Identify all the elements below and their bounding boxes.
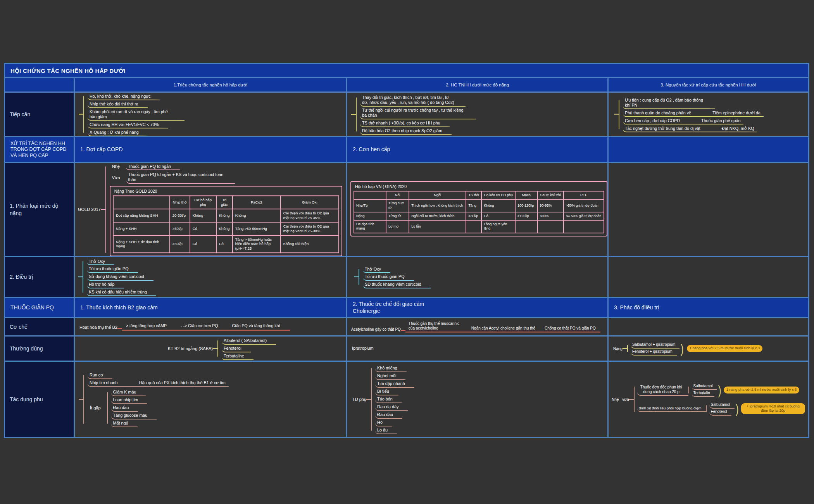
branch-connector: [351, 114, 356, 115]
mindmap-root[interactable]: Nhẹ - vừa: [612, 397, 629, 402]
dosage-note[interactable]: 1 nang pha với 2,5 ml nước muối sinh lý …: [687, 345, 762, 352]
mindmap-node[interactable]: Salbutamol: [709, 402, 735, 409]
mindmap-node[interactable]: Salbutamol + ipratropium: [631, 342, 679, 349]
mindmap-node[interactable]: Mất ngủ: [111, 419, 138, 427]
mindmap-node[interactable]: Tắc nghẹt đường thở trung tâm do dị vật: [623, 124, 704, 131]
section-label-thuocgianpq[interactable]: THUỐC GIÃN PQ: [5, 298, 74, 317]
mindmap-node[interactable]: Thuốc giãn phế quản: [699, 117, 743, 124]
section-label-xutri[interactable]: XỬ TRÍ TẮC NGHẼN HH TRONG ĐỢT CẤP COPD V…: [5, 137, 74, 162]
mindmap-node[interactable]: Albuterol ( SAlbutamol): [222, 337, 276, 345]
mindmap-node[interactable]: Ho, khó thở, khò khè, nặng ngực: [88, 93, 160, 100]
mindmap-node[interactable]: Tư thế ngồi cúi người ra trước chống tay…: [360, 107, 476, 119]
section-phacdo[interactable]: 3. Phác đồ điiều trị: [609, 298, 808, 317]
mindmap-node[interactable]: Thuốc gắn thụ thể muscarinic của acetylc…: [405, 321, 468, 333]
board-title[interactable]: HỘI CHỨNG TẮC NGHẼN HÔ HẤP DƯỚI: [5, 64, 808, 77]
mindmap-node[interactable]: Thuốc đơn độc phun khí dung cách nhau 20…: [637, 384, 688, 396]
mindmap-root[interactable]: Nặng: [613, 347, 623, 351]
mindmap-node[interactable]: Thuốc giãn PQ td ngắn: [126, 163, 180, 171]
mindmap-node[interactable]: Lo âu: [375, 426, 397, 434]
mindmap-node[interactable]: Thuốc giãn PQ td ngắn + KS và hoặc corti…: [126, 171, 235, 184]
mindmap-node[interactable]: Phù thanh quản do choáng phản vệ: [623, 109, 694, 116]
mindmap-node[interactable]: Ho: [375, 419, 392, 426]
mindmap-node[interactable]: Fenoterol: [709, 409, 731, 416]
mindmap-node[interactable]: Táo bón: [375, 395, 402, 403]
mindmap-node[interactable]: SD thuốc kháng viêm corticoid: [363, 281, 431, 288]
col-header-2[interactable]: 2. HC TNHH dưới mức độ nặng: [347, 78, 607, 91]
section-ucche[interactable]: 2. Thuốc ức chế đối giao cảm Cholinergic: [347, 298, 607, 317]
mindmap-node[interactable]: X-Quang : Ứ khí phế nang: [88, 128, 148, 136]
mindmap-node[interactable]: Cơn hen cấp , đợt cấp COPD: [623, 117, 683, 124]
branch-group: Ưu tiên : cung cấp đủ O2 , đảm bảo thông…: [619, 97, 764, 133]
mindmap-node[interactable]: Ít gặp: [88, 406, 107, 410]
mindmap-node[interactable]: Khám phổi có ran rít và ran ngáy , âm ph…: [88, 108, 185, 121]
mindmap-node[interactable]: Terbutaline: [222, 352, 254, 360]
mindmap-node[interactable]: Nhịp thở kéo dài thì thở ra: [88, 100, 148, 108]
row-label-phanloai[interactable]: 1. Phân loại mức độ nặng: [5, 163, 74, 256]
branch-group: Thở Oxy Tối ưu thuốc giãn PQ SD thuốc kh…: [359, 266, 431, 289]
mindmap-node[interactable]: Bình xịt định liều phối hợp buồng điệm: [637, 405, 706, 412]
mindmap-node[interactable]: TS thở nhanh ( >30l/p), co kéo cơ HH phụ: [360, 119, 450, 127]
row-label-dieutri[interactable]: 2. Điều trị: [5, 257, 74, 297]
mindmap-node[interactable]: Tim đập nhanh: [375, 380, 414, 388]
mindmap-root[interactable]: TD phụ: [352, 397, 366, 402]
mindmap-node[interactable]: Khô miệng: [375, 364, 407, 372]
mindmap-node[interactable]: Fenoterol: [222, 345, 251, 352]
mindmap-node[interactable]: Đau đầu: [375, 411, 402, 419]
branch-connector: [117, 328, 122, 329]
mindmap-node[interactable]: Thay đổi tri giác, kích thích , bứt rứt,…: [360, 94, 466, 107]
table-cell: >50% giá trị dự đoán: [564, 199, 604, 212]
mindmap-node[interactable]: Hỗ trợ hô hấp: [87, 281, 124, 288]
col-header-3[interactable]: 3. Nguyên tắc xử trí cấp cứu tắc nghẽn H…: [609, 78, 808, 91]
mindmap-node[interactable]: Giảm K máu: [111, 388, 146, 396]
mindmap-node[interactable]: > tăng tổng hợp cAMP: [122, 323, 177, 331]
section-kichthichb2[interactable]: 1. Thuốc kích thích B2 giao cảm: [75, 298, 346, 317]
mindmap-node[interactable]: Độ bão hòa O2 theo nhịp mạch SpO2 giảm: [360, 127, 452, 135]
mindmap-node[interactable]: Đau đầu: [111, 404, 138, 412]
dosage-note[interactable]: 1 nang pha với 2,5 ml nước muối sinh lý …: [724, 387, 799, 393]
mindmap-node[interactable]: Giãn PQ và tăng thông khí: [228, 323, 290, 331]
mindmap-node[interactable]: Ưu tiên : cung cấp đủ O2 , đảm bảo thông…: [623, 97, 715, 109]
row-label-tacdungphu[interactable]: Tác dụng phụ: [5, 362, 74, 437]
mindmap-node[interactable]: Thở Oxy: [363, 266, 390, 273]
mindmap-node[interactable]: Ngăn cản Acetyl choliene gắn thụ thể: [468, 326, 542, 333]
mindmap-node[interactable]: Đau dạ dày: [375, 403, 408, 411]
row-label-thuongdung[interactable]: Thường dùng: [5, 337, 74, 361]
mindmap-node[interactable]: Salbutamol: [692, 383, 717, 390]
mindmap-root[interactable]: Hoạt hóa thụ thể B2: [79, 324, 117, 330]
mindmap-node[interactable]: Thở Oxy: [87, 258, 114, 266]
row-label-coche[interactable]: Cơ chế: [5, 318, 74, 335]
table-title[interactable]: Hội hô hấp VN ( GINA) 2020: [351, 182, 607, 191]
dosage-note[interactable]: + ipratropium 4-10 nhát xịt buồng đệm lặ…: [741, 403, 805, 414]
mindmap-node[interactable]: Đặt NKQ, mở KQ: [720, 124, 757, 131]
mindmap-node[interactable]: Tăng glucose máu: [111, 412, 157, 419]
mindmap-node[interactable]: Run cơ: [88, 371, 112, 379]
mindmap-node[interactable]: Hậu quả của PX kích thích thụ thể B1 ở c…: [137, 379, 229, 386]
table-title[interactable]: Nặng Theo GOLD 2020: [110, 186, 341, 195]
mindmap-node[interactable]: Sử dụng kháng viêm corticoid: [87, 273, 153, 281]
mindmap-node[interactable]: Fenoterol + ipratropium: [631, 349, 677, 356]
mindmap-node[interactable]: Tối ưu thuốc giãn PQ: [363, 273, 414, 281]
table-header: Nhịp thở: [170, 196, 190, 209]
mindmap-node[interactable]: Tiêm epinephrine dưới da: [711, 109, 764, 116]
section-copd[interactable]: 1. Đợt cấp COPD: [75, 137, 346, 162]
mindmap-node[interactable]: Loạn nhịp tim: [111, 396, 148, 404]
mindmap-node[interactable]: Vừa: [110, 175, 126, 180]
mindmap-node[interactable]: Chống co thắt PQ và giãn PQ: [542, 326, 600, 333]
col-header-1[interactable]: 1.Triệu chứng tắc nghẽn hô hấp dưới: [75, 78, 346, 91]
mindmap-node[interactable]: Terbutalin: [692, 390, 714, 397]
table-cell: Nặng + SHH: [113, 222, 170, 235]
mindmap-root[interactable]: GOLD 2017: [78, 207, 101, 212]
row-label-tiepcan[interactable]: Tiếp cận: [5, 93, 74, 136]
mindmap-node[interactable]: - -> Giãn cơ trơn PQ: [177, 323, 228, 331]
mindmap-node[interactable]: Ipratropium: [352, 346, 374, 351]
mindmap-node[interactable]: Tối ưu thuốc giãn PQ: [87, 266, 138, 273]
mindmap-root[interactable]: KT B2 td ngắng (SABA): [168, 346, 213, 351]
mindmap-node[interactable]: Nhịp tim nhanh: [88, 379, 121, 386]
mindmap-node[interactable]: Bí tiểu: [375, 388, 398, 395]
mindmap-node[interactable]: Chức năng HH với FEV1/FVC < 70%: [88, 121, 168, 128]
section-hencap[interactable]: 2. Cơn hen cấp: [347, 137, 607, 162]
mindmap-node[interactable]: Nhẹ: [110, 164, 126, 169]
mindmap-node[interactable]: Nghẹt mũi: [375, 372, 405, 380]
mindmap-node[interactable]: KS khi có dấu hiệu nhiễm trùng: [87, 288, 156, 296]
mindmap-root[interactable]: Acetylcholine gây co thắt PQ: [351, 327, 401, 333]
